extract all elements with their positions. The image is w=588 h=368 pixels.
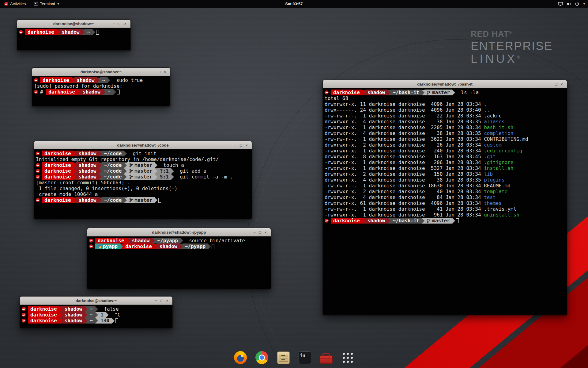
close-button[interactable]: × — [263, 228, 268, 236]
registered-mark: ® — [509, 30, 512, 35]
terminal-window-home-1: darknoise@shadow:~ − □ × darknoiseshadow… — [17, 19, 131, 51]
prompt-segment: shadow — [130, 238, 152, 243]
redhat-icon — [22, 313, 26, 317]
terminal-line: -rwxrwxr-x. 1 darknoise darknoise 206 Ja… — [325, 159, 567, 165]
terminal-text: custom — [484, 142, 502, 148]
prompt-segment: ~/code — [102, 151, 124, 156]
terminal-text: drwxrwxr-x. 2 darknoise darknoise 150 Ja… — [325, 171, 484, 177]
prompt-segment: shadow — [62, 318, 85, 324]
maximize-button[interactable]: □ — [238, 141, 244, 149]
terminal-content[interactable]: darknoiseshadow~ — [17, 28, 130, 50]
dock-toolbox[interactable] — [319, 350, 334, 365]
close-button[interactable]: × — [123, 20, 128, 28]
dock-show-apps[interactable] — [340, 350, 355, 365]
terminal-line: darknoiseshadow~/codemaster — [36, 197, 252, 203]
minimize-button[interactable]: − — [111, 20, 117, 28]
prompt-segment: darknoise — [95, 238, 127, 243]
window-title: darknoise@shadow:~/pyapp — [152, 230, 206, 235]
terminal-text: git add a — [174, 168, 206, 174]
redhat-icon — [325, 90, 329, 94]
activities-button[interactable]: Activities — [3, 0, 27, 8]
terminal-text: themes — [484, 200, 502, 206]
desktop[interactable]: RED HAT® ENTERPRISE LINUX® Activities Te… — [0, 0, 588, 368]
clock[interactable]: Sat 03:57 — [285, 2, 303, 6]
git-branch-icon — [129, 169, 133, 173]
window-titlebar[interactable]: darknoise@shadow:~ − □ × — [32, 68, 170, 76]
dock-terminal[interactable]: $ — [297, 350, 312, 365]
dock-chrome[interactable] — [254, 350, 269, 365]
chevron-down-icon: ▾ — [583, 2, 585, 6]
window-titlebar[interactable]: darknoise@shadow:~ − □ × — [17, 20, 130, 28]
dock-files[interactable] — [276, 350, 291, 365]
prompt-segment: darknoise — [331, 90, 362, 95]
close-button[interactable]: × — [162, 68, 168, 76]
terminal-content[interactable]: darknoiseshadow~ falsedarknoiseshadow~1 … — [20, 305, 172, 328]
terminal-line: -rwxrwxr-x. 1 darknoise darknoise 2205 J… — [325, 125, 567, 130]
terminal-cursor — [117, 90, 120, 94]
terminal-text: source bin/activate — [183, 238, 245, 243]
maximize-button[interactable]: □ — [117, 20, 123, 28]
terminal-cursor — [212, 244, 214, 249]
powerline-arrow-icon — [171, 168, 174, 174]
terminal-app-icon: $ — [299, 351, 311, 364]
powerline-arrow-icon — [85, 318, 88, 324]
redhat-icon — [36, 169, 40, 173]
window-titlebar[interactable]: darknoise@shadow:~/code − □ × — [34, 141, 252, 149]
terminal-text: .. — [484, 107, 490, 113]
terminal-text: drwxrwxr-x. 8 darknoise darknoise 163 Ja… — [325, 154, 484, 159]
terminal-content[interactable]: darknoiseshadow~/pyapp source bin/activa… — [87, 236, 271, 289]
close-button[interactable]: × — [164, 297, 170, 305]
display-icon — [558, 2, 563, 6]
prompt-segment: ~ — [100, 77, 108, 83]
terminal-text: # — [40, 89, 46, 95]
terminal-text: git init — [127, 151, 156, 156]
dock-firefox[interactable] — [233, 350, 248, 365]
file-manager-icon — [277, 351, 290, 364]
close-button[interactable]: × — [244, 141, 249, 149]
powerline-arrow-icon — [113, 89, 116, 95]
minimize-button[interactable]: − — [548, 80, 553, 88]
powerline-arrow-icon — [155, 197, 157, 203]
prompt-segment: darknoise — [25, 29, 57, 35]
window-titlebar[interactable]: darknoise@shadow:~/bash-it − □ × — [323, 80, 567, 88]
prompt-segment: darknoise — [42, 162, 74, 168]
minimize-button[interactable]: − — [233, 141, 238, 149]
app-menu-terminal[interactable]: Terminal ▾ — [32, 0, 60, 8]
minimize-button[interactable]: − — [151, 68, 156, 76]
close-button[interactable]: × — [559, 80, 564, 88]
terminal-content[interactable]: darknoiseshadow~/bash-itmaster ls -latot… — [323, 88, 567, 315]
powerline-arrow-icon — [124, 174, 127, 180]
maximize-button[interactable]: □ — [553, 80, 559, 88]
maximize-button[interactable]: □ — [156, 68, 162, 76]
powerline-arrow-icon — [59, 306, 62, 312]
terminal-text: -rwxrwxr-x. 1 darknoise darknoise 206 Ja… — [325, 159, 484, 165]
terminal-content[interactable]: darknoiseshadow~ sudo true[sudo] passwor… — [32, 76, 170, 106]
terminal-icon — [34, 2, 38, 6]
window-titlebar[interactable]: darknoise@shadow:~ − □ × — [20, 297, 172, 305]
git-branch-icon — [129, 163, 133, 167]
prompt-segment: darknoise — [28, 306, 59, 312]
maximize-button[interactable]: □ — [257, 228, 263, 236]
powerline-arrow-icon — [124, 168, 127, 174]
prompt-segment: darknoise — [42, 197, 74, 203]
minimize-button[interactable]: − — [153, 297, 159, 305]
prompt-segment: master — [424, 218, 452, 224]
terminal-text: -rw-rw-r--. 1 darknoise darknoise 18630 … — [325, 183, 484, 189]
prompt-segment: ~/code — [102, 162, 124, 168]
distro-logo-icon — [4, 2, 8, 6]
terminal-content[interactable]: darknoiseshadow~/code git initInitialize… — [34, 149, 252, 219]
terminal-cursor — [158, 198, 161, 203]
terminal-text: ^C — [109, 312, 121, 318]
powerline-arrow-icon — [452, 218, 455, 224]
firefox-icon — [234, 351, 247, 364]
background-line — [246, 126, 311, 126]
terminal-text: -rw-rw-r--. 1 darknoise darknoise 41 Jan… — [325, 206, 484, 212]
prompt-segment: darknoise — [42, 168, 74, 174]
window-titlebar[interactable]: darknoise@shadow:~/pyapp − □ × — [87, 228, 271, 236]
rhel-logo-linux: LINUX® — [471, 53, 553, 65]
terminal-line: drwxrwxr-x. 4 darknoise darknoise 84 Jan… — [325, 194, 567, 200]
minimize-button[interactable]: − — [252, 228, 257, 236]
powerline-arrow-icon — [422, 218, 424, 224]
system-status-area[interactable]: ▾ — [558, 0, 585, 8]
maximize-button[interactable]: □ — [159, 297, 164, 305]
